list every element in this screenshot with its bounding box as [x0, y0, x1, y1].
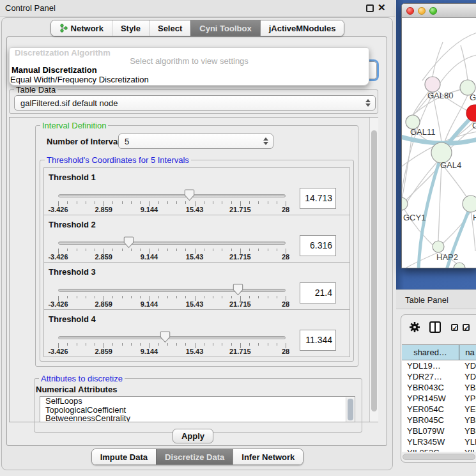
- network-edge[interactable]: [422, 33, 476, 81]
- attribute-list-item[interactable]: SelfLoops: [40, 397, 355, 406]
- table-cell[interactable]: YPR1: [459, 393, 476, 404]
- horizontal-scrollbar-thumb[interactable]: [403, 454, 475, 460]
- zoom-traffic-light-icon[interactable]: [429, 7, 437, 15]
- table-cell[interactable]: YLR3: [459, 436, 476, 447]
- horizontal-scrollbar[interactable]: [403, 453, 476, 461]
- table-row[interactable]: YLR345WYLR3: [402, 436, 476, 447]
- threshold-value-field[interactable]: 14.713: [300, 188, 336, 209]
- table-row[interactable]: YBR043CYBR0: [402, 382, 476, 393]
- slider-scale-label: 15.43: [186, 253, 204, 261]
- network-node[interactable]: [454, 263, 465, 268]
- tab-jactivemnodules[interactable]: jActiveMNodules: [260, 20, 344, 36]
- numerical-attributes-list[interactable]: SelfLoopsTopologicalCoefficientBetweenne…: [40, 396, 355, 422]
- table-cell[interactable]: YDL1: [459, 360, 476, 371]
- slider-handle[interactable]: [233, 284, 243, 296]
- slider-scale-label: 2.859: [95, 300, 112, 308]
- minimize-traffic-light-icon[interactable]: [418, 7, 426, 15]
- tab-infer-network[interactable]: Infer Network: [233, 449, 303, 464]
- slider-scale-label: 28: [282, 206, 289, 213]
- attribute-list-item[interactable]: BetweennessCentrality: [40, 414, 355, 422]
- table-cell[interactable]: YER054C: [402, 404, 459, 415]
- table-row[interactable]: YDL19…YDL1: [402, 360, 476, 371]
- slider-handle[interactable]: [184, 189, 195, 201]
- node-table[interactable]: shared… na YDL19…YDL1YDR27…YDR2YBR043CYB…: [402, 344, 476, 452]
- network-window-titlebar[interactable]: [402, 4, 476, 18]
- slider-tick: [231, 343, 232, 346]
- table-cell[interactable]: YBR043C: [402, 382, 459, 393]
- gear-icon[interactable]: [408, 321, 421, 334]
- table-cell[interactable]: YLR345W: [402, 436, 459, 447]
- tab-select[interactable]: Select: [149, 20, 190, 36]
- close-traffic-light-icon[interactable]: [406, 7, 414, 15]
- attribute-list-item[interactable]: TopologicalCoefficient: [40, 406, 355, 415]
- table-data-value: galFiltered.sif default node: [20, 98, 118, 108]
- network-edge[interactable]: [461, 45, 468, 80]
- slider-tick: [167, 249, 168, 251]
- table-cell[interactable]: YBL0: [459, 426, 476, 436]
- slider-handle[interactable]: [160, 331, 171, 343]
- attributes-scrollbar-thumb[interactable]: [348, 399, 353, 420]
- number-of-intervals-combobox[interactable]: 5: [118, 134, 273, 149]
- menu-item-equal-width-frequency[interactable]: Equal Width/Frequency Discretization: [10, 75, 149, 84]
- table-row[interactable]: YPR145WYPR1: [402, 393, 476, 404]
- table-cell[interactable]: YDL19…: [402, 360, 459, 371]
- table-cell[interactable]: YER0: [459, 404, 476, 415]
- numerical-attributes-label: Numerical Attributes: [36, 385, 117, 394]
- network-edge[interactable]: [438, 164, 441, 241]
- table-cell[interactable]: YIL052C: [402, 447, 459, 452]
- checkbox-icon[interactable]: ✓: [451, 324, 458, 331]
- menu-item-manual-discretization[interactable]: Manual Discretization: [12, 65, 97, 75]
- slider-scale-label: 15.43: [186, 348, 204, 355]
- slider-track[interactable]: [58, 289, 286, 292]
- table-row[interactable]: YIL052CYIL0: [402, 447, 476, 452]
- slider-scale-label: 21.715: [229, 206, 251, 213]
- float-window-icon[interactable]: [366, 4, 374, 12]
- slider-tick: [158, 296, 159, 298]
- network-node[interactable]: [463, 196, 476, 212]
- vertical-scrollbar[interactable]: [369, 118, 378, 422]
- tab-discretize-data[interactable]: Discretize Data: [156, 449, 233, 464]
- table-cell[interactable]: YBL079W: [402, 426, 459, 436]
- network-node[interactable]: [425, 77, 440, 92]
- tab-cyni-toolbox[interactable]: Cyni Toolbox: [190, 20, 259, 36]
- table-cell[interactable]: YBR0: [459, 382, 476, 393]
- column-header-name[interactable]: na: [459, 345, 476, 360]
- slider-tick: [158, 343, 159, 346]
- node-label: GAL4: [440, 160, 461, 170]
- table-cell[interactable]: YBR045C: [402, 415, 459, 426]
- threshold-value-field[interactable]: 21.4: [300, 282, 336, 303]
- threshold-value-field[interactable]: 11.344: [300, 330, 336, 351]
- attributes-scrollbar[interactable]: [346, 397, 354, 422]
- slider-track[interactable]: [58, 336, 286, 339]
- slider-handle[interactable]: [123, 236, 134, 249]
- threshold-panel: Threshold 3-3.4262.8599.14415.4321.71528…: [43, 262, 350, 310]
- vertical-scrollbar-thumb[interactable]: [371, 130, 377, 411]
- column-header-shared-name[interactable]: shared…: [402, 345, 459, 360]
- table-data-combobox[interactable]: galFiltered.sif default node: [14, 95, 376, 111]
- close-window-icon[interactable]: ✕: [378, 2, 386, 13]
- network-edge[interactable]: [433, 42, 443, 77]
- table-row[interactable]: YBL079WYBL0: [402, 426, 476, 436]
- table-row[interactable]: YDR27…YDR2: [402, 371, 476, 382]
- slider-track[interactable]: [58, 242, 286, 245]
- table-cell[interactable]: YBR0: [459, 415, 476, 426]
- table-cell[interactable]: YDR2: [459, 371, 476, 382]
- network-window[interactable]: GAL80GACGAL11GAL4GCY1HHAP2: [401, 3, 476, 268]
- network-canvas[interactable]: GAL80GACGAL11GAL4GCY1HHAP2: [402, 18, 476, 268]
- slider-scale-label: 9.144: [141, 300, 158, 308]
- table-cell[interactable]: YPR145W: [402, 393, 459, 404]
- network-node[interactable]: [433, 241, 444, 252]
- network-edge[interactable]: [406, 252, 438, 268]
- table-cell[interactable]: YIL0: [459, 447, 476, 452]
- tab-impute-data[interactable]: Impute Data: [92, 449, 156, 464]
- apply-button[interactable]: Apply: [173, 429, 213, 443]
- table-row[interactable]: YBR045CYBR0: [402, 415, 476, 426]
- tab-network[interactable]: Network: [51, 20, 112, 36]
- checkbox-icon[interactable]: ✓: [463, 324, 470, 331]
- tab-style[interactable]: Style: [112, 20, 149, 36]
- table-cell[interactable]: YDR27…: [402, 371, 459, 382]
- split-pane-icon[interactable]: [429, 321, 441, 333]
- threshold-value-field[interactable]: 6.316: [300, 235, 336, 256]
- table-row[interactable]: YER054CYER0: [402, 404, 476, 415]
- slider-track[interactable]: [58, 194, 286, 197]
